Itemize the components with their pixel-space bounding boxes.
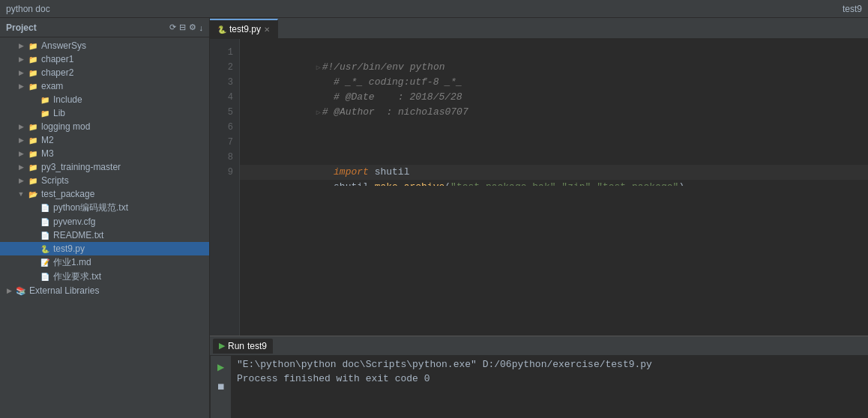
sidebar-item-external-libraries[interactable]: ▶ 📚 External Libraries [0,284,209,297]
title-bar: python doc test9 [0,0,868,18]
line-num-8: 8 [210,150,239,165]
code-line-8: import shutil [240,150,868,165]
label-chaper1: chaper1 [41,54,73,64]
file-icon-zuoyeyaoqiu: 📄 [39,271,51,283]
app-title: python doc [6,4,50,14]
sidebar-item-zuoye1[interactable]: 📝 作业1.md [0,255,209,270]
sidebar-item-Scripts[interactable]: ▶ 📁 Scripts [0,174,209,187]
arrow-test-package: ▼ [15,190,27,198]
label-exam: exam [41,81,63,91]
run-command-line: "E:\python\python doc\Scripts\python.exe… [237,359,862,370]
arrow-test9-py [27,245,39,252]
folder-icon-logging-mod: 📁 [27,121,39,133]
line-num-3: 3 [210,75,239,90]
code-line-7 [240,135,868,150]
editor-tab-bar: 🐍 test9.py ✕ [210,18,868,39]
run-command-text: "E:\python\python doc\Scripts\python.exe… [237,359,652,370]
code-lines: ▷#!/usr/bin/env python # _*_ coding:utf-… [240,39,868,186]
folder-icon-AnswerSys: 📁 [27,40,39,52]
label-README: README.txt [53,230,103,240]
code-line-6 [240,120,868,135]
sidebar: Project ⟳ ⊟ ⚙ ↓ ▶ 📁 AnswerSys ▶ 📁 chaper… [0,18,210,418]
sidebar-item-chaper1[interactable]: ▶ 📁 chaper1 [0,52,209,66]
arrow-chaper1: ▶ [15,55,27,63]
bottom-output: "E:\python\python doc\Scripts\python.exe… [231,356,868,418]
sidebar-item-M3[interactable]: ▶ 📁 M3 [0,147,209,160]
code-comment-3: # @Date : 2018/5/28 [316,91,462,103]
code-comment-4: # @Author : nicholas0707 [322,106,468,118]
sidebar-item-README[interactable]: 📄 README.txt [0,228,209,242]
bottom-tab-run-label: Run [228,341,244,351]
label-chaper2: chaper2 [41,67,73,78]
run-stop-btn[interactable]: ⏹ [213,378,229,395]
sidebar-item-chaper2[interactable]: ▶ 📁 chaper2 [0,66,209,79]
tab-close-btn[interactable]: ✕ [264,25,270,34]
code-method: make_archive [375,181,445,186]
line-num-5: 5 [210,105,239,120]
folder-icon-M3: 📁 [27,148,39,160]
run-play-btn[interactable]: ▶ [213,359,229,375]
main-content: Project ⟳ ⊟ ⚙ ↓ ▶ 📁 AnswerSys ▶ 📁 chaper… [0,18,868,418]
sidebar-item-exam[interactable]: ▶ 📁 exam [0,79,209,93]
arrow-Lib [27,109,39,117]
folder-icon-exam: 📁 [27,80,39,92]
arrow-AnswerSys: ▶ [15,42,27,49]
arrow-py3-training: ▶ [15,163,27,171]
sidebar-more-btn[interactable]: ↓ [199,22,204,32]
label-external-libraries: External Libraries [29,285,99,296]
code-str-3: "test_package" [597,181,678,186]
code-import-kw: import [316,166,369,178]
line-num-1: 1 [210,45,239,60]
sidebar-sync-btn[interactable]: ⟳ [169,22,176,32]
tab-test9-py[interactable]: 🐍 test9.py ✕ [210,19,278,38]
code-str-1: "test_package_bak" [450,181,555,186]
line-num-6: 6 [210,120,239,135]
tab-title: test9 [843,4,862,14]
sidebar-item-M2[interactable]: ▶ 📁 M2 [0,133,209,147]
sidebar-item-logging-mod[interactable]: ▶ 📁 logging mod [0,120,209,133]
folder-icon-chaper2: 📁 [27,67,39,79]
label-M2: M2 [41,135,54,145]
run-output-area: "E:\python\python doc\Scripts\python.exe… [237,359,862,384]
sidebar-item-zuoyeyaoqiu[interactable]: 📄 作业要求.txt [0,270,209,284]
folder-icon-Include: 📁 [39,94,51,106]
sidebar-item-test9-py[interactable]: 🐍 test9.py [0,242,209,255]
run-result-text: Process finished with exit code 0 [237,373,430,384]
label-Lib: Lib [53,108,65,118]
sidebar-item-pyvenv-cfg[interactable]: 📄 pyvenv.cfg [0,215,209,228]
sidebar-item-Include[interactable]: 📁 Include [0,93,209,106]
arrow-python-coding [27,205,39,212]
line-numbers: 1 2 3 4 5 6 7 8 9 [210,39,240,336]
line-num-7: 7 [210,135,239,150]
sidebar-item-AnswerSys[interactable]: ▶ 📁 AnswerSys [0,39,209,52]
tab-label: test9.py [229,24,261,34]
bottom-main: ▶ ⏹ "E:\python\python doc\Scripts\python… [210,356,868,418]
bottom-tab-run[interactable]: ▶ Run test9 [213,339,273,354]
sidebar-title: Project [6,22,37,33]
arrow-zuoyeyaoqiu [27,273,39,281]
folder-icon-py3-training: 📁 [27,161,39,173]
arrow-M3: ▶ [15,150,27,157]
run-result-line: Process finished with exit code 0 [237,373,862,384]
sidebar-item-py3-training[interactable]: ▶ 📁 py3_training-master [0,160,209,174]
arrow-chaper2: ▶ [15,69,27,76]
code-content[interactable]: ▷#!/usr/bin/env python # _*_ coding:utf-… [240,39,868,336]
bottom-tab-bar: ▶ Run test9 [210,336,868,356]
label-Include: Include [53,94,82,105]
tab-file-icon: 🐍 [217,25,226,34]
label-test-package: test_package [41,189,94,199]
sidebar-item-Lib[interactable]: 📁 Lib [0,106,209,120]
sidebar-item-python-coding[interactable]: 📄 python编码规范.txt [0,201,209,215]
line-num-2: 2 [210,60,239,75]
sidebar-collapse-btn[interactable]: ⊟ [179,22,186,32]
arrow-pyvenv-cfg [27,218,39,225]
file-icon-README: 📄 [39,229,51,241]
bottom-run-name: test9 [247,341,267,351]
sidebar-settings-btn[interactable]: ⚙ [189,22,196,32]
editor-area: 🐍 test9.py ✕ 1 2 3 4 5 6 7 8 9 [210,18,868,418]
arrow-exam: ▶ [15,82,27,90]
arrow-README [27,231,39,239]
code-paren-open: ( [444,181,450,186]
line-num-9: 9 [210,165,239,180]
sidebar-item-test-package[interactable]: ▼ 📂 test_package [0,187,209,201]
